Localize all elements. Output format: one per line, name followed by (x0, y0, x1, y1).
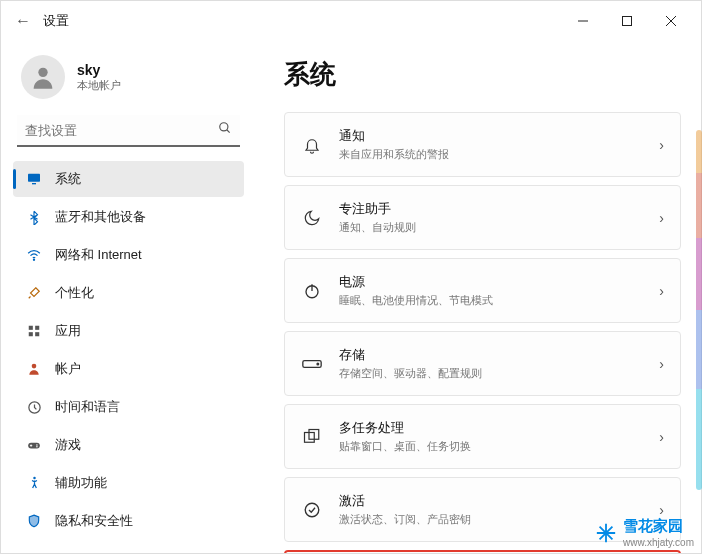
profile-subtitle: 本地帐户 (77, 78, 121, 93)
sidebar-item-label: 时间和语言 (55, 398, 120, 416)
minimize-button[interactable] (561, 6, 605, 36)
storage-icon (301, 353, 323, 375)
display-icon (25, 170, 43, 188)
svg-rect-1 (623, 17, 632, 26)
sidebar-item-access[interactable]: 辅助功能 (13, 465, 244, 501)
chevron-right-icon: › (659, 502, 664, 518)
card-title: 激活 (339, 492, 643, 510)
avatar-icon (21, 55, 65, 99)
multitask-icon (301, 426, 323, 448)
svg-rect-12 (29, 332, 33, 336)
card-storage[interactable]: 存储存储空间、驱动器、配置规则› (284, 331, 681, 396)
svg-point-18 (36, 446, 38, 448)
decorative-stripe (696, 130, 702, 490)
back-button[interactable]: ← (9, 7, 37, 35)
card-title: 电源 (339, 273, 643, 291)
card-focus[interactable]: 专注助手通知、自动规则› (284, 185, 681, 250)
person-icon (25, 360, 43, 378)
sidebar-item-accounts[interactable]: 帐户 (13, 351, 244, 387)
sidebar-item-label: 蓝牙和其他设备 (55, 208, 146, 226)
card-multitask[interactable]: 多任务处理贴靠窗口、桌面、任务切换› (284, 404, 681, 469)
svg-rect-13 (35, 332, 39, 336)
card-title: 专注助手 (339, 200, 643, 218)
chevron-right-icon: › (659, 429, 664, 445)
svg-point-17 (36, 444, 38, 446)
bell-icon (301, 134, 323, 156)
sidebar-item-privacy[interactable]: 隐私和安全性 (13, 503, 244, 539)
apps-icon (25, 322, 43, 340)
card-power[interactable]: 电源睡眠、电池使用情况、节电模式› (284, 258, 681, 323)
window-title: 设置 (43, 12, 69, 30)
sidebar-item-bluetooth[interactable]: 蓝牙和其他设备 (13, 199, 244, 235)
profile-block[interactable]: sky 本地帐户 (13, 49, 244, 115)
profile-name: sky (77, 62, 121, 78)
wifi-icon (25, 246, 43, 264)
check-icon (301, 499, 323, 521)
svg-point-5 (220, 123, 228, 131)
close-button[interactable] (649, 6, 693, 36)
page-heading: 系统 (284, 57, 681, 92)
sidebar-item-label: 辅助功能 (55, 474, 107, 492)
svg-rect-10 (29, 326, 33, 330)
card-description: 来自应用和系统的警报 (339, 147, 643, 162)
search-input[interactable] (25, 123, 218, 138)
game-icon (25, 436, 43, 454)
chevron-right-icon: › (659, 356, 664, 372)
svg-rect-16 (28, 443, 40, 449)
sidebar-item-gaming[interactable]: 游戏 (13, 427, 244, 463)
svg-point-4 (38, 68, 47, 77)
card-title: 通知 (339, 127, 643, 145)
watermark-name: 雪花家园 (623, 517, 694, 536)
chevron-right-icon: › (659, 137, 664, 153)
search-box[interactable] (17, 115, 240, 147)
chevron-right-icon: › (659, 210, 664, 226)
chevron-right-icon: › (659, 283, 664, 299)
nav-list: 系统蓝牙和其他设备网络和 Internet个性化应用帐户时间和语言游戏辅助功能隐… (13, 159, 244, 549)
card-description: 存储空间、驱动器、配置规则 (339, 366, 643, 381)
svg-rect-7 (28, 174, 40, 182)
svg-point-19 (33, 477, 36, 480)
card-troubleshoot[interactable]: 疑难解答建议的疑难解答、首选› (284, 550, 681, 553)
access-icon (25, 474, 43, 492)
svg-line-6 (227, 130, 230, 133)
sidebar-item-label: 网络和 Internet (55, 246, 142, 264)
card-title: 存储 (339, 346, 643, 364)
sidebar-item-network[interactable]: 网络和 Internet (13, 237, 244, 273)
sidebar-item-personal[interactable]: 个性化 (13, 275, 244, 311)
sidebar-item-update[interactable]: Windows 更新 (13, 541, 244, 549)
sidebar-item-label: 应用 (55, 322, 81, 340)
clock-icon (25, 398, 43, 416)
svg-rect-8 (32, 183, 36, 184)
card-description: 睡眠、电池使用情况、节电模式 (339, 293, 643, 308)
svg-point-14 (32, 364, 37, 369)
main-panel: 系统 通知来自应用和系统的警报›专注助手通知、自动规则›电源睡眠、电池使用情况、… (256, 41, 701, 553)
svg-point-26 (305, 503, 319, 517)
card-description: 贴靠窗口、桌面、任务切换 (339, 439, 643, 454)
card-notifications[interactable]: 通知来自应用和系统的警报› (284, 112, 681, 177)
moon-icon (301, 207, 323, 229)
sidebar-item-label: 个性化 (55, 284, 94, 302)
power-icon (301, 280, 323, 302)
card-title: 多任务处理 (339, 419, 643, 437)
maximize-button[interactable] (605, 6, 649, 36)
sidebar: sky 本地帐户 系统蓝牙和其他设备网络和 Internet个性化应用帐户时间和… (1, 41, 256, 553)
svg-point-23 (317, 363, 319, 365)
shield-icon (25, 512, 43, 530)
svg-rect-11 (35, 326, 39, 330)
sidebar-item-label: 隐私和安全性 (55, 512, 133, 530)
brush-icon (25, 284, 43, 302)
sidebar-item-apps[interactable]: 应用 (13, 313, 244, 349)
watermark-url: www.xhjaty.com (623, 537, 694, 548)
snowflake-icon (595, 522, 617, 544)
sidebar-item-time[interactable]: 时间和语言 (13, 389, 244, 425)
sidebar-item-system[interactable]: 系统 (13, 161, 244, 197)
sidebar-item-label: 帐户 (55, 360, 81, 378)
sidebar-item-label: 游戏 (55, 436, 81, 454)
watermark: 雪花家园 www.xhjaty.com (595, 517, 694, 548)
bluetooth-icon (25, 208, 43, 226)
card-description: 通知、自动规则 (339, 220, 643, 235)
titlebar: ← 设置 (1, 1, 701, 41)
search-icon (218, 121, 232, 139)
svg-point-9 (33, 259, 34, 260)
settings-window: ← 设置 sky 本地帐户 系统蓝牙和其他设备 (0, 0, 702, 554)
